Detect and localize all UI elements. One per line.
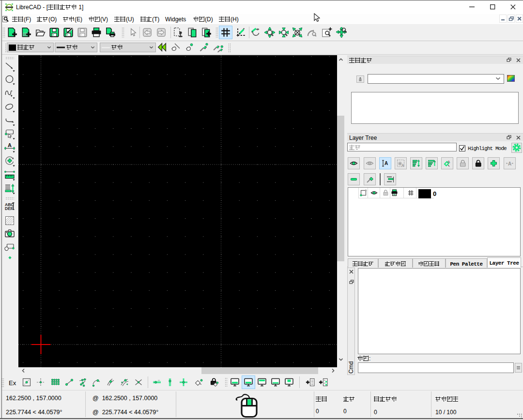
svg-text:A: A (401, 164, 404, 167)
svg-text:A: A (385, 161, 388, 166)
svg-text:A: A (508, 161, 511, 166)
svg-text:DEF: DEF (5, 206, 13, 211)
svg-text:A: A (447, 160, 450, 164)
svg-text:A: A (8, 142, 12, 148)
